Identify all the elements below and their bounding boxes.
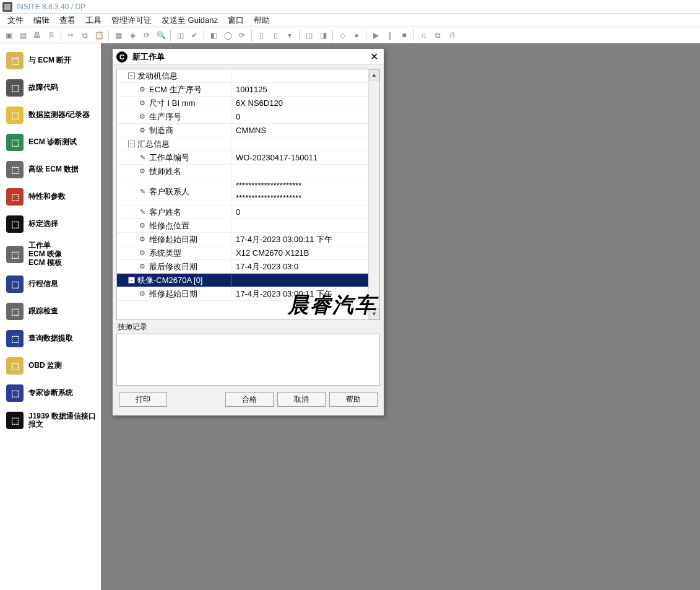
tree-value-cell[interactable]: X12 CM2670 X121B (232, 248, 368, 258)
expand-collapse-icon[interactable]: − (128, 141, 135, 147)
sidebar-item[interactable]: ⬚跟踪检查 (0, 298, 101, 325)
tree-item[interactable]: ⚙尺寸 I BI mm6X NS6D120 (117, 97, 368, 110)
sidebar-item[interactable]: ⬚高级 ECM 数据 (0, 156, 101, 183)
toolbar-icon[interactable]: ⎙ (446, 29, 458, 41)
sidebar-item[interactable]: ⬚数据监测器/记录器 (0, 102, 101, 129)
toolbar-icon[interactable]: ✔ (188, 29, 201, 41)
sidebar-icon: ⬚ (6, 161, 24, 178)
tree-item[interactable]: ⚙维修起始日期17-4月-2023 03:00:11 下午 (117, 287, 368, 301)
tree-item[interactable]: ⚙最后修改日期17-4月-2023 03:0 (117, 260, 368, 274)
scroll-track[interactable] (369, 80, 379, 308)
toolbar-icon[interactable]: ● (350, 29, 363, 41)
sidebar-item[interactable]: ⬚工作单ECM 映像ECM 模板 (0, 238, 101, 271)
tree-value-cell[interactable]: WO-20230417-150011 (232, 153, 368, 162)
tree-item[interactable]: ⚙维修点位置 (117, 219, 368, 233)
sidebar-item[interactable]: ⬚查询数据提取 (0, 325, 101, 352)
sidebar-item[interactable]: ⬚专家诊断系统 (0, 380, 101, 407)
sidebar-item[interactable]: ⬚J1939 数据通信接口报文 (0, 407, 101, 434)
tree-value-cell[interactable]: 0 (232, 207, 368, 217)
scroll-down-icon[interactable]: ▼ (369, 308, 379, 319)
pause-icon[interactable]: ‖ (384, 29, 396, 41)
expand-collapse-icon[interactable]: − (128, 72, 135, 79)
cancel-button[interactable]: 取消 (277, 392, 326, 407)
tree-group[interactable]: −发动机信息 (117, 69, 368, 83)
sidebar-item[interactable]: ⬚特性和参数 (0, 183, 101, 210)
toolbar-icon[interactable]: ⎌ (417, 29, 430, 41)
close-icon[interactable]: ✕ (368, 51, 380, 63)
sidebar-item[interactable]: ⬚故障代码 (0, 74, 101, 102)
toolbar-icon[interactable]: ◨ (317, 29, 329, 41)
toolbar-icon[interactable]: ⟳ (140, 29, 153, 41)
toolbar-icon[interactable]: ▯ (255, 29, 267, 41)
help-button[interactable]: 帮助 (329, 392, 378, 407)
toolbar-icon[interactable]: ⧉ (431, 29, 444, 41)
toolbar-icon[interactable]: ◧ (207, 29, 220, 41)
tree-item[interactable]: ✎工作单编号WO-20230417-150011 (117, 151, 368, 165)
ok-button[interactable]: 合格 (225, 392, 274, 407)
tree-value-cell[interactable]: 1001125 (232, 85, 368, 94)
toolbar-icon[interactable]: 🖶 (31, 29, 43, 41)
toolbar-icon[interactable]: ◇ (336, 29, 348, 41)
menu-file[interactable]: 文件 (2, 14, 28, 27)
sidebar-item[interactable]: ⬚ECM 诊断测试 (0, 129, 101, 156)
search-icon[interactable]: 🔍 (155, 29, 167, 41)
tree-item[interactable]: ⚙技师姓名 (117, 165, 368, 178)
technician-note-input[interactable] (116, 334, 380, 386)
sidebar-item[interactable]: ⬚标定选择 (0, 210, 101, 238)
sidebar-icon: ⬚ (6, 188, 24, 206)
tree-item[interactable]: ⚙生产序号0 (117, 110, 368, 124)
sidebar-item[interactable]: ⬚OBD 监测 (0, 352, 101, 380)
sidebar-item-label: J1939 数据通信接口报文 (28, 412, 96, 430)
tree-value-cell[interactable]: ****************************************… (232, 180, 368, 204)
tree-group[interactable]: −汇总信息 (117, 137, 368, 151)
toolbar-icon[interactable]: ◫ (303, 29, 315, 41)
cut-icon[interactable]: ✂ (64, 29, 77, 41)
vertical-scrollbar[interactable]: ▲ ▼ (368, 69, 379, 319)
toolbar-icon[interactable]: ▦ (112, 29, 124, 41)
menu-bar: 文件 编辑 查看 工具 管理许可证 发送至 Guidanz 窗口 帮助 (0, 14, 700, 27)
toolbar-icon[interactable]: ⎘ (45, 29, 58, 41)
expand-collapse-icon[interactable]: − (128, 277, 135, 284)
sidebar-item[interactable]: ⬚与 ECM 断开 (0, 47, 101, 74)
menu-view[interactable]: 查看 (54, 14, 80, 27)
menu-send-guidanz[interactable]: 发送至 Guidanz (157, 14, 223, 27)
sidebar-item[interactable]: ⬚行程信息 (0, 271, 101, 298)
tree-key-cell: ✎工作单编号 (117, 152, 232, 163)
toolbar-icon[interactable]: ⟳ (236, 29, 248, 41)
toolbar-icon[interactable]: ◯ (222, 29, 234, 41)
tree-value-cell[interactable]: 17-4月-2023 03:0 (232, 261, 368, 272)
properties-tree[interactable]: −发动机信息⚙ECM 生产序号1001125⚙尺寸 I BI mm6X NS6D… (117, 69, 368, 319)
tree-item[interactable]: ✎客户姓名0 (117, 206, 368, 219)
toolbar-icon[interactable]: ▣ (2, 29, 15, 41)
toolbar-icon[interactable]: ◈ (126, 29, 139, 41)
menu-edit[interactable]: 编辑 (28, 14, 54, 27)
toolbar-separator (170, 30, 171, 41)
menu-license[interactable]: 管理许可证 (106, 14, 157, 27)
tree-value-cell[interactable]: 6X NS6D120 (232, 98, 368, 108)
tree-item[interactable]: ⚙系统类型X12 CM2670 X121B (117, 246, 368, 260)
tree-group[interactable]: −映像-CM2670A [0] (117, 274, 368, 287)
print-button[interactable]: 打印 (119, 392, 167, 407)
scroll-up-icon[interactable]: ▲ (369, 69, 379, 80)
tree-value-cell[interactable]: CMMNS (232, 126, 368, 135)
toolbar-icon[interactable]: ▾ (283, 29, 296, 41)
menu-help[interactable]: 帮助 (249, 14, 275, 27)
tree-value-cell[interactable]: 17-4月-2023 03:00:11 下午 (232, 288, 368, 300)
dialog-title-bar[interactable]: C 新工作单 ✕ (113, 49, 384, 65)
play-icon[interactable]: ▶ (369, 29, 382, 41)
menu-tools[interactable]: 工具 (80, 14, 106, 27)
tree-key-label: ECM 生产序号 (149, 84, 202, 95)
toolbar-icon[interactable]: ▤ (17, 29, 29, 41)
menu-window[interactable]: 窗口 (223, 14, 249, 27)
tree-item[interactable]: ✎客户联系人**********************************… (117, 178, 368, 206)
copy-icon[interactable]: ⧉ (79, 29, 91, 41)
stop-icon[interactable]: ■ (398, 29, 410, 41)
tree-value-cell[interactable]: 17-4月-2023 03:00:11 下午 (232, 234, 368, 245)
toolbar-icon[interactable]: ▯ (269, 29, 282, 41)
tree-item[interactable]: ⚙ECM 生产序号1001125 (117, 83, 368, 97)
tree-item[interactable]: ⚙制造商CMMNS (117, 124, 368, 137)
paste-icon[interactable]: 📋 (93, 29, 105, 41)
toolbar-icon[interactable]: ◫ (174, 29, 186, 41)
tree-item[interactable]: ⚙维修起始日期17-4月-2023 03:00:11 下午 (117, 233, 368, 246)
tree-value-cell[interactable]: 0 (232, 112, 368, 121)
